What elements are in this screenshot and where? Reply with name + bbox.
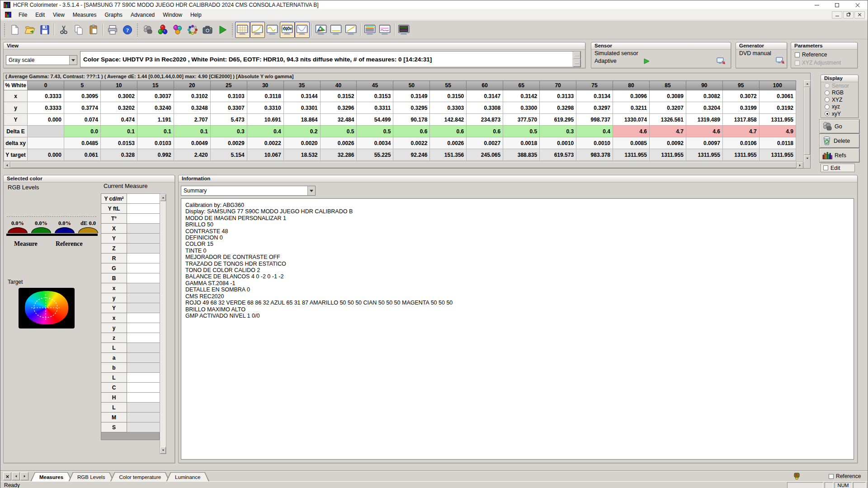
scroll-up-button[interactable] — [160, 194, 166, 201]
display-option-xyz[interactable]: XYZ — [821, 96, 858, 103]
grid-cell[interactable]: 18.864 — [283, 114, 320, 126]
grid-cell[interactable]: 0.0485 — [64, 137, 100, 149]
grid-cell[interactable]: 0.0153 — [100, 137, 137, 149]
measure-row-value[interactable] — [127, 382, 160, 393]
bottom-reference-checkbox[interactable] — [829, 474, 834, 479]
grid-cell[interactable]: 0.1 — [100, 126, 137, 137]
radio-button[interactable] — [825, 104, 830, 109]
grid-cell[interactable] — [28, 126, 64, 137]
grid-cell[interactable]: 0.3149 — [393, 90, 430, 102]
maximize-button[interactable] — [827, 0, 847, 9]
grid-cell[interactable]: 1317.858 — [722, 114, 759, 126]
grid-vertical-scrollbar[interactable] — [803, 80, 810, 162]
grid-cell[interactable]: 0.2 — [283, 126, 320, 137]
menu-window[interactable]: Window — [159, 11, 186, 19]
grid-cell[interactable]: 0.5 — [357, 126, 393, 137]
grid-cell[interactable]: 0.3774 — [64, 102, 100, 114]
grid-cell[interactable]: 0.0085 — [613, 137, 650, 149]
run-measures-button[interactable] — [215, 22, 230, 38]
tab-luminance[interactable]: Luminance — [166, 472, 209, 482]
grid-cell[interactable]: 90.178 — [393, 114, 430, 126]
grid-cell[interactable]: 0.3134 — [576, 90, 613, 102]
measure-row-value[interactable] — [127, 352, 160, 363]
mdi-close-button[interactable] — [854, 11, 865, 19]
grid-cell[interactable]: 388.835 — [503, 149, 540, 161]
grid-cell[interactable]: 1326.561 — [649, 114, 686, 126]
next-tab-button[interactable] — [20, 472, 28, 480]
view-rgb-levels-button[interactable] — [280, 22, 295, 38]
grid-cell[interactable]: 1311.955 — [759, 114, 796, 126]
grid-cell[interactable]: 0.474 — [100, 114, 137, 126]
grid-cell[interactable]: 0.3 — [210, 126, 247, 137]
grid-cell[interactable]: 0.3 — [540, 126, 576, 137]
grid-cell[interactable]: 0.328 — [100, 149, 137, 161]
grid-cell[interactable]: 0.3150 — [430, 90, 467, 102]
spinner-down-button[interactable] — [573, 59, 580, 67]
grid-col-header-30[interactable]: 30 — [247, 81, 283, 90]
grid-cell[interactable]: 0.6 — [467, 126, 503, 137]
grid-col-header-20[interactable]: 20 — [174, 81, 210, 90]
tab-rgb-levels[interactable]: RGB Levels — [68, 472, 114, 482]
view-sat-luminance-button[interactable] — [363, 22, 377, 38]
summary-spinner[interactable] — [573, 52, 580, 67]
grid-cell[interactable]: 0.000 — [28, 114, 64, 126]
grid-cell[interactable]: 0.5 — [320, 126, 357, 137]
information-view-arrow[interactable] — [307, 186, 315, 195]
grid-cell[interactable]: 32.484 — [320, 114, 357, 126]
menu-file[interactable]: File — [14, 11, 31, 19]
grid-cell[interactable]: 0.0 — [64, 126, 100, 137]
cut-button[interactable] — [56, 22, 71, 38]
edit-checkbox-row[interactable]: Edit — [821, 164, 855, 172]
grid-cell[interactable]: 0.3037 — [137, 90, 174, 102]
grid-cell[interactable]: 0.3300 — [503, 102, 540, 114]
grid-col-header-65[interactable]: 65 — [503, 81, 540, 90]
help-button[interactable]: ? — [120, 22, 135, 38]
grid-cell[interactable]: 4.7 — [722, 126, 759, 137]
measure-row-value[interactable] — [127, 422, 160, 432]
measure-row-value[interactable] — [127, 392, 160, 403]
menu-advanced[interactable]: Advanced — [127, 11, 159, 19]
grid-cell[interactable]: 998.737 — [576, 114, 613, 126]
grid-cell[interactable]: 0.3301 — [283, 102, 320, 114]
grid-cell[interactable]: 0.5 — [503, 126, 540, 137]
tab-measures[interactable]: Measures — [30, 472, 72, 482]
view-nearblack-button[interactable] — [265, 22, 280, 38]
grid-cell[interactable]: 0.1 — [174, 126, 210, 137]
grid-cell[interactable]: 0.3089 — [649, 90, 686, 102]
grid-cell[interactable]: 142.842 — [430, 114, 467, 126]
sensor-display-config-icon[interactable] — [717, 57, 726, 65]
measure-row-value[interactable] — [127, 372, 160, 383]
grid-cell[interactable]: 0.0022 — [247, 137, 283, 149]
grid-cell[interactable]: 0.3248 — [174, 102, 210, 114]
grid-col-header-10[interactable]: 10 — [100, 81, 137, 90]
grid-cell[interactable]: 0.3118 — [247, 90, 283, 102]
measure-row-value[interactable] — [127, 362, 160, 373]
information-text-area[interactable]: Calibration by: ABG360Display: SAMSUNG 7… — [181, 198, 854, 460]
mdi-system-icon[interactable] — [5, 12, 11, 18]
scroll-right-button[interactable] — [797, 162, 803, 169]
view-cie-chart-button[interactable] — [314, 22, 329, 38]
grid-col-header-50[interactable]: 50 — [393, 81, 430, 90]
save-file-button[interactable] — [37, 22, 52, 38]
grid-cell[interactable]: 377.570 — [503, 114, 540, 126]
grid-col-header-25[interactable]: 25 — [210, 81, 247, 90]
display-option-xyz[interactable]: xyz — [821, 103, 858, 111]
grid-col-header-75[interactable]: 75 — [576, 81, 613, 90]
grid-cell[interactable]: 0.061 — [64, 149, 100, 161]
bottom-reference-checkbox-row[interactable]: Reference — [829, 473, 861, 479]
view-nearwhite-button[interactable] — [329, 22, 344, 38]
measures-table[interactable]: % White051015202530354045505560657075808… — [4, 80, 796, 161]
grid-cell[interactable]: 0.0103 — [137, 137, 174, 149]
grid-cell[interactable]: 0.3333 — [28, 90, 64, 102]
grid-cell[interactable]: 4.6 — [613, 126, 650, 137]
mdi-minimize-button[interactable] — [832, 11, 842, 19]
grid-row-label[interactable]: Y target — [4, 149, 28, 161]
grid-cell[interactable]: 0.3202 — [100, 102, 137, 114]
grid-corner-header[interactable]: % White — [4, 81, 28, 90]
grid-cell[interactable]: 0.3204 — [686, 102, 722, 114]
grid-cell[interactable]: 4.9 — [759, 126, 796, 137]
measure-row-value[interactable] — [127, 223, 160, 234]
prev-tab-button[interactable] — [12, 472, 20, 480]
measure-row-value[interactable] — [127, 293, 160, 303]
measure-row-value[interactable] — [127, 273, 160, 283]
